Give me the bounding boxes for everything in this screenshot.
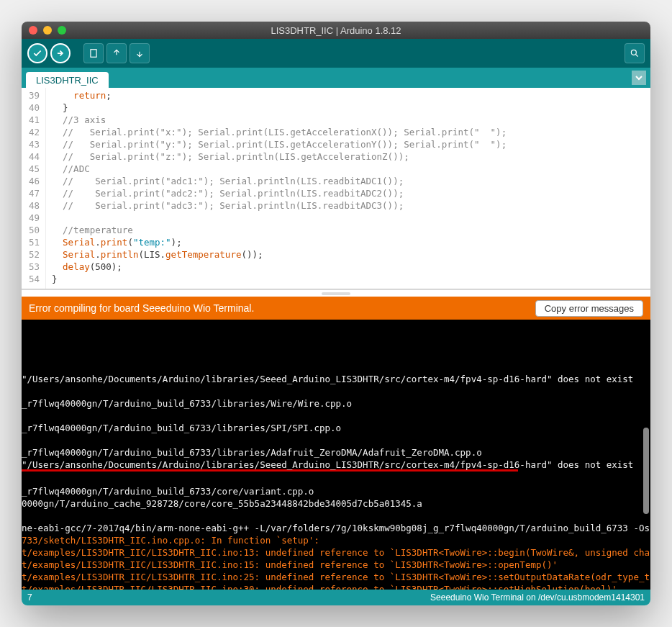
svg-point-1 (631, 50, 636, 55)
copy-error-button[interactable]: Copy error messages (535, 300, 643, 317)
status-bar: Error compiling for board Seeeduino Wio … (22, 297, 650, 320)
console-scrollbar[interactable] (643, 428, 649, 514)
close-icon[interactable] (29, 26, 37, 35)
console-output[interactable]: "/Users/ansonhe/Documents/Arduino/librar… (22, 320, 650, 590)
tab-bar: LIS3DHTR_IIC (22, 68, 650, 88)
app-window: LIS3DHTR_IIC | Arduino 1.8.12 LIS3DHTR_I… (22, 22, 650, 605)
status-message: Error compiling for board Seeeduino Wio … (29, 302, 254, 314)
window-title: LIS3DHTR_IIC | Arduino 1.8.12 (22, 25, 650, 36)
console-line: t/examples/LIS3DHTR_IIC/LIS3DHTR_IIC.ino… (22, 546, 648, 559)
console-line (22, 361, 648, 373)
console-line (22, 510, 648, 522)
upload-button[interactable] (50, 43, 71, 63)
toolbar (22, 39, 650, 68)
console-line: t/examples/LIS3DHTR_IIC/LIS3DHTR_IIC.ino… (22, 559, 648, 571)
console-line (22, 410, 648, 422)
console-line: ne-eabi-gcc/7-2017q4/bin/arm-none-eabi-g… (22, 522, 648, 534)
maximize-icon[interactable] (58, 26, 66, 35)
console-line (22, 385, 648, 397)
open-button[interactable] (106, 43, 127, 63)
tab-menu-button[interactable] (632, 71, 646, 85)
console-line: 733/sketch/LIS3DHTR_IIC.ino.cpp.o: In fu… (22, 534, 648, 546)
console-line: "/Users/ansonhe/Documents/Arduino/librar… (22, 373, 648, 385)
console-line: _r7flwq40000gn/T/arduino_build_6733/libr… (22, 422, 648, 434)
window-controls (22, 26, 66, 35)
console-line: _r7flwq40000gn/T/arduino_build_6733/libr… (22, 397, 648, 410)
console-line: _r7flwq40000gn/T/arduino_build_6733/core… (22, 485, 648, 497)
code-area[interactable]: return; } //3 axis // Serial.print("x:")… (46, 88, 650, 289)
console-line: t/examples/LIS3DHTR_IIC/LIS3DHTR_IIC.ino… (22, 571, 648, 583)
console-line (22, 434, 648, 446)
line-gutter: 39404142434445464748495051525354 (22, 88, 46, 289)
console-line: 0000gn/T/arduino_cache_928728/core/core_… (22, 497, 648, 510)
sketch-tab[interactable]: LIS3DHTR_IIC (26, 72, 109, 89)
console-line (22, 473, 648, 485)
verify-button[interactable] (27, 43, 47, 63)
footer-left: 7 (27, 592, 32, 603)
minimize-icon[interactable] (43, 26, 52, 35)
new-button[interactable] (83, 43, 104, 63)
console-line: _r7flwq40000gn/T/arduino_build_6733/libr… (22, 446, 648, 459)
console-line: "/Users/ansonhe/Documents/Arduino/librar… (22, 459, 648, 471)
serial-monitor-button[interactable] (625, 43, 645, 63)
console-line: t/examples/LIS3DHTR_IIC/LIS3DHTR_IIC.ino… (22, 583, 648, 590)
pane-divider[interactable] (22, 289, 650, 297)
footer-right: Seeeduino Wio Terminal on /dev/cu.usbmod… (430, 592, 645, 603)
footer-bar: 7 Seeeduino Wio Terminal on /dev/cu.usbm… (22, 590, 650, 605)
save-button[interactable] (130, 43, 150, 63)
code-editor[interactable]: 39404142434445464748495051525354 return;… (22, 88, 650, 289)
titlebar: LIS3DHTR_IIC | Arduino 1.8.12 (22, 22, 650, 39)
svg-rect-0 (91, 50, 96, 58)
